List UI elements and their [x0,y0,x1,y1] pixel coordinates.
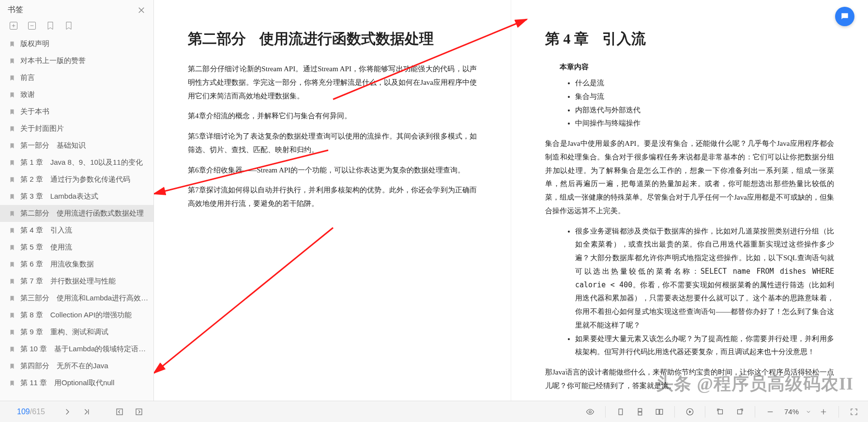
section-heading: 本章内容 [560,63,834,72]
list-item: 如果要处理大量元素又该怎么办呢？为了提高性能，你需要并行处理，并利用多核架构。但… [575,332,834,359]
single-page-icon[interactable] [613,405,628,419]
bookmark-icon [9,193,15,200]
svg-rect-6 [136,409,142,415]
last-page-button[interactable] [79,405,94,419]
document-viewer: 第二部分使用流进行函数式数据处理 第二部分仔细讨论新的Stream API。通过… [154,0,868,401]
bookmark-outline-icon[interactable] [64,21,74,31]
svg-rect-8 [619,409,623,415]
bookmark-list[interactable]: 版权声明对本书上一版的赞誉前言致谢关于本书关于封面图片第一部分 基础知识第 1 … [0,35,153,401]
bookmark-item[interactable]: 致谢 [0,86,153,103]
bookmark-item[interactable]: 第 10 章 基于Lambda的领域特定语… [0,341,153,358]
paragraph: 第7章探讨流如何得以自动并行执行，并利用多核架构的优势。此外，你还会学到为正确而… [188,184,477,211]
expand-icon[interactable] [9,21,18,31]
bookmarks-sidebar: 书签 版权声明对本书上一版的赞誉前言致谢关于本书关于封面图片第一部分 基础知识第… [0,0,154,401]
collapse-icon[interactable] [27,21,37,31]
paragraph: 第6章介绍收集器——Stream API的一个功能，可以让你表达更为复杂的数据处… [188,164,477,177]
eye-icon[interactable] [583,405,597,419]
footer-toolbar: 109/615 74% [0,401,868,422]
bookmark-item[interactable]: 第一部分 基础知识 [0,137,153,154]
bookmark-icon [9,329,15,336]
svg-rect-11 [656,409,659,414]
chevron-down-icon[interactable] [806,409,811,415]
rotate-right-icon[interactable] [732,405,747,419]
bookmark-icon [9,363,15,370]
page-title: 第二部分使用流进行函数式数据处理 [188,29,477,49]
bookmark-icon [9,92,15,98]
bookmark-item[interactable]: 第三部分 使用流和Lambda进行高效… [0,290,153,307]
bookmark-icon [9,312,15,319]
bookmark-filled-icon[interactable] [46,21,55,31]
bookmark-icon [9,75,15,81]
sidebar-toolbar [0,18,153,35]
bookmark-item[interactable]: 第 11 章 用Optional取代null [0,375,153,391]
paragraph: 第二部分仔细讨论新的Stream API。通过Stream API，你将能够写出… [188,63,477,103]
bookmark-item[interactable]: 第 7 章 并行数据处理与性能 [0,273,153,290]
bookmark-icon [9,346,15,353]
bookmark-icon [9,125,15,132]
bookmark-item[interactable]: 第 8 章 Collection API的增强功能 [0,307,153,324]
close-icon[interactable] [137,6,146,15]
bookmark-icon [9,41,15,47]
svg-rect-12 [660,409,663,414]
svg-rect-5 [117,409,122,415]
list-item: 很多业务逻辑都涉及类似于数据库的操作，比如对几道菜按照类别进行分组（比如全素菜肴… [575,225,834,332]
page-right: 第 4 章引入流 本章内容 什么是流 集合与流 内部迭代与外部迭代 中间操作与终… [511,0,868,401]
assistant-button[interactable] [835,7,854,26]
bookmark-icon [9,210,15,217]
page-left: 第二部分使用流进行函数式数据处理 第二部分仔细讨论新的Stream API。通过… [154,0,511,401]
page-number-display[interactable]: 109/615 [7,407,55,416]
bookmark-item[interactable]: 第 9 章 重构、测试和调试 [0,324,153,341]
bookmark-item[interactable]: 关于本书 [0,103,153,120]
bookmark-item[interactable]: 第 5 章 使用流 [0,239,153,256]
read-aloud-icon[interactable] [683,405,697,419]
jump-back-button[interactable] [112,405,127,419]
bookmark-item[interactable]: 第 6 章 用流收集数据 [0,256,153,273]
zoom-in-button[interactable] [816,405,831,419]
svg-rect-14 [718,409,722,414]
sidebar-title: 书签 [8,5,23,15]
zoom-level: 74% [782,407,801,416]
bookmark-icon [9,109,15,115]
paragraph: 第4章介绍流的概念，并解释它们与集合有何异同。 [188,109,477,123]
bookmark-icon [9,295,15,302]
watermark-text: 头条 @程序员高级码农II [656,372,853,396]
bookmark-item[interactable]: 第二部分 使用流进行函数式数据处理 [0,205,153,222]
page-title: 第 4 章引入流 [545,29,834,49]
two-page-icon[interactable] [652,405,667,419]
bookmark-icon [9,244,15,251]
svg-rect-9 [638,408,642,411]
fullscreen-icon[interactable] [847,405,861,419]
continuous-page-icon[interactable] [633,405,647,419]
bookmark-item[interactable]: 第 3 章 Lambda表达式 [0,188,153,205]
bookmark-item[interactable]: 前言 [0,69,153,86]
bookmark-icon [9,380,15,387]
paragraph: 第5章详细讨论为了表达复杂的数据处理查询可以使用的流操作。其间会谈到很多模式，如… [188,130,477,157]
jump-forward-button[interactable] [132,405,146,419]
bookmark-icon [9,261,15,268]
svg-rect-15 [737,409,742,414]
next-page-button[interactable] [60,405,75,419]
bookmark-icon [9,159,15,166]
svg-point-7 [589,410,592,413]
topic-list: 什么是流 集合与流 内部迭代与外部迭代 中间操作与终端操作 [575,77,834,130]
bookmark-item[interactable]: 第四部分 无所不在的Java [0,358,153,375]
bookmark-item[interactable]: 第 4 章 引入流 [0,222,153,239]
rotate-left-icon[interactable] [713,405,728,419]
bookmark-item[interactable]: 关于封面图片 [0,120,153,137]
bookmark-item[interactable]: 版权声明 [0,35,153,52]
bookmark-item[interactable]: 第 1 章 Java 8、9、10以及11的变化 [0,154,153,171]
bookmark-icon [9,58,15,64]
bookmark-icon [9,176,15,183]
bookmark-item[interactable]: 第 2 章 通过行为参数化传递代码 [0,171,153,188]
bullet-list: 很多业务逻辑都涉及类似于数据库的操作，比如对几道菜按照类别进行分组（比如全素菜肴… [575,225,834,359]
bookmark-icon [9,227,15,234]
bookmark-icon [9,142,15,149]
zoom-out-button[interactable] [763,405,777,419]
paragraph: 集合是Java中使用最多的API。要是没有集合，还能做什么呢？几乎每个Java应… [545,137,834,218]
bookmark-icon [9,278,15,285]
svg-rect-10 [638,412,642,415]
bookmark-item[interactable]: 对本书上一版的赞誉 [0,52,153,69]
